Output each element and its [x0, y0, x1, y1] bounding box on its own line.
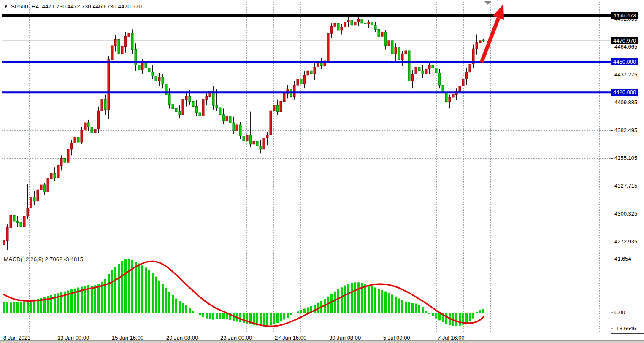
price-line-label-4470.970: 4470.970: [611, 37, 638, 44]
time-tick-label: 13 Jun 00:00: [57, 335, 89, 341]
price-tick-label: 4464.665: [614, 43, 637, 50]
indicator-tick-label: 41.654: [614, 256, 631, 262]
indicator-label: MACD(12,26,9) 2.7062 -3.4815: [4, 256, 83, 262]
time-tick-label: 20 Jun 08:00: [166, 335, 198, 341]
price-tick-label: 4327.715: [614, 183, 637, 189]
price-tick-label: 4382.495: [614, 127, 637, 134]
price-tick-label: 4355.105: [614, 155, 637, 162]
price-tick-label: 4409.885: [614, 99, 637, 106]
time-tick-label: 23 Jun 00:00: [220, 335, 252, 341]
time-tick-label: 27 Jun 16:00: [275, 335, 306, 341]
price-axis[interactable]: 4492.0554464.6654437.2754409.8854382.495…: [611, 0, 644, 343]
time-axis[interactable]: 8 Jun 202313 Jun 00:0015 Jun 16:0020 Jun…: [0, 333, 611, 340]
time-tick-label: 5 Jul 00:00: [383, 335, 410, 341]
chart-canvas[interactable]: [0, 0, 644, 343]
time-tick-label: 7 Jul 16:00: [438, 335, 465, 341]
time-tick-label: 30 Jun 08:00: [329, 335, 361, 341]
price-line-label-4450.000: 4450.000: [611, 58, 638, 65]
indicator-tick-label: 0.00: [614, 309, 625, 316]
price-tick-label: 4272.935: [614, 238, 637, 245]
chart-title-text: SP500-,H4 4471.730 4472.730 4469.730 447…: [11, 3, 142, 10]
indicator-tick-label: -13.6646: [614, 325, 636, 332]
price-line-label-4420.000: 4420.000: [611, 89, 638, 96]
price-tick-label: 4300.325: [614, 211, 637, 217]
symbol-collapse-icon[interactable]: ▼: [4, 5, 8, 9]
price-tick-label: 4437.275: [614, 71, 637, 78]
trading-chart-window: ▼ SP500-,H4 4471.730 4472.730 4469.730 4…: [0, 0, 644, 343]
chart-title: ▼ SP500-,H4 4471.730 4472.730 4469.730 4…: [4, 3, 142, 10]
chart-background: [0, 0, 644, 343]
window-bottom-edge: [0, 340, 644, 343]
time-tick-label: 8 Jun 2023: [3, 335, 30, 341]
time-tick-label: 15 Jun 16:00: [112, 335, 143, 341]
price-line-label-4495.473: 4495.473: [611, 12, 638, 19]
